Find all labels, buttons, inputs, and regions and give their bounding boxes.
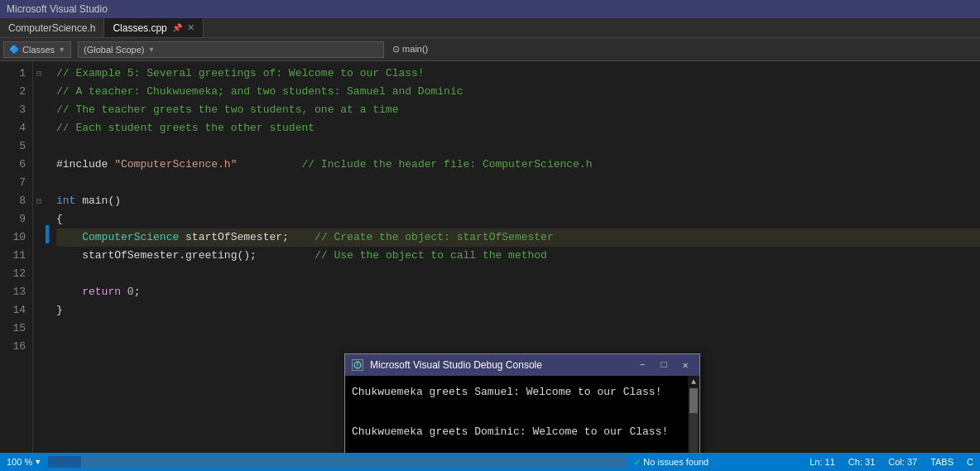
debug-icon <box>352 359 363 371</box>
debug-line-3: Chukwuemeka greets Dominic: Welcome to o… <box>352 422 681 442</box>
nav-label: ⊙ main() <box>392 44 428 55</box>
tab-bar: ComputerScience.h Classes.cpp 📌 ✕ <box>0 18 980 38</box>
nav-button[interactable]: ⊙ main() <box>387 44 433 55</box>
code-line-1: // Example 5: Several greetings of: Welc… <box>56 65 980 83</box>
debug-close-button[interactable]: ✕ <box>678 358 693 372</box>
issues-check-icon: ✔ <box>634 456 640 469</box>
debug-scrollbar[interactable]: ▲ ▼ <box>688 376 699 453</box>
collapse-8[interactable]: ⊟ <box>33 192 45 210</box>
code-line-15 <box>56 320 980 338</box>
tab-label: Classes.cpp <box>113 22 166 34</box>
debug-content: Chukwuemeka greets Samuel: Welcome to ou… <box>345 376 688 453</box>
code-line-7 <box>56 174 980 192</box>
tabs-status: TABS <box>930 457 954 467</box>
status-left: 100 % ▼ ✔ No issues found <box>7 456 796 469</box>
scroll-thumb[interactable] <box>689 388 698 413</box>
ch-status: Ch: 31 <box>848 457 875 467</box>
code-line-2: // A teacher: Chukwuemeka; and two stude… <box>56 83 980 101</box>
class-dropdown-icon: 🔷 <box>9 45 19 54</box>
col-status: Col: 37 <box>888 457 917 467</box>
collapse-column: ⊟ ⊟ <box>33 61 45 453</box>
class-dropdown[interactable]: 🔷 Classes ▼ <box>3 41 71 58</box>
class-dropdown-arrow: ▼ <box>58 46 65 54</box>
title-text: Microsoft Visual Studio <box>7 3 108 15</box>
title-bar: Microsoft Visual Studio <box>0 0 980 18</box>
scrollbar-left[interactable] <box>48 456 627 468</box>
class-dropdown-label: Classes <box>22 45 55 55</box>
debug-body: Chukwuemeka greets Samuel: Welcome to ou… <box>345 376 699 453</box>
code-line-11: startOfSemester.greeting(); // Use the o… <box>56 247 980 265</box>
status-bar: 100 % ▼ ✔ No issues found Ln: 11 Ch: 31 … <box>0 453 980 471</box>
zoom-value: 100 % <box>7 457 32 467</box>
close-icon[interactable]: ✕ <box>187 22 195 33</box>
issues-text: No issues found <box>643 457 709 467</box>
svg-point-3 <box>357 367 358 368</box>
line-numbers: 1 2 3 4 5 6 7 8 9 10 11 12 13 14 15 16 <box>0 61 33 453</box>
collapse-1[interactable]: ⊟ <box>33 65 45 83</box>
tab-label: ComputerScience.h <box>8 22 95 34</box>
debug-maximize-button[interactable]: □ <box>656 358 671 372</box>
code-line-12 <box>56 265 980 283</box>
code-line-5 <box>56 137 980 156</box>
debug-line-4 <box>352 442 681 453</box>
tab-classes[interactable]: Classes.cpp 📌 ✕ <box>104 18 203 37</box>
code-line-9: { <box>56 210 980 228</box>
scope-dropdown[interactable]: (Global Scope) ▼ <box>78 41 384 58</box>
code-line-6: #include "ComputerScience.h" // Include … <box>56 156 980 174</box>
scroll-track[interactable] <box>689 388 698 453</box>
code-line-14: } <box>56 301 980 320</box>
code-line-13: return 0; <box>56 283 980 301</box>
tab-computerscience[interactable]: ComputerScience.h <box>0 18 104 37</box>
code-line-10: ComputerScience startOfSemester; // Crea… <box>56 228 980 247</box>
debug-title-bar[interactable]: Microsoft Visual Studio Debug Console – … <box>345 354 699 376</box>
toolbar: 🔷 Classes ▼ (Global Scope) ▼ ⊙ main() <box>0 38 980 61</box>
status-right: Ln: 11 Ch: 31 Col: 37 TABS C <box>809 457 973 467</box>
scroll-up-button[interactable]: ▲ <box>691 377 696 387</box>
zoom-control[interactable]: 100 % ▼ <box>7 457 41 467</box>
code-line-8: int main() <box>56 192 980 210</box>
code-line-3: // The teacher greets the two students, … <box>56 101 980 119</box>
ln-status: Ln: 11 <box>809 457 835 467</box>
debug-line-1: Chukwuemeka greets Samuel: Welcome to ou… <box>352 382 681 402</box>
debug-minimize-button[interactable]: – <box>635 358 650 372</box>
debug-console[interactable]: Microsoft Visual Studio Debug Console – … <box>344 353 700 453</box>
code-line-4: // Each student greets the other student <box>56 119 980 137</box>
zoom-arrow: ▼ <box>34 458 41 466</box>
editor-area: 1 2 3 4 5 6 7 8 9 10 11 12 13 14 15 16 ⊟… <box>0 61 980 453</box>
encoding-status: C <box>967 457 973 467</box>
scope-dropdown-label: (Global Scope) <box>84 45 144 55</box>
debug-line-2 <box>352 402 681 422</box>
debug-title-text: Microsoft Visual Studio Debug Console <box>370 359 628 371</box>
issues-indicator[interactable]: ✔ No issues found <box>634 456 709 469</box>
scope-dropdown-arrow: ▼ <box>147 46 155 54</box>
pin-icon: 📌 <box>172 23 182 32</box>
